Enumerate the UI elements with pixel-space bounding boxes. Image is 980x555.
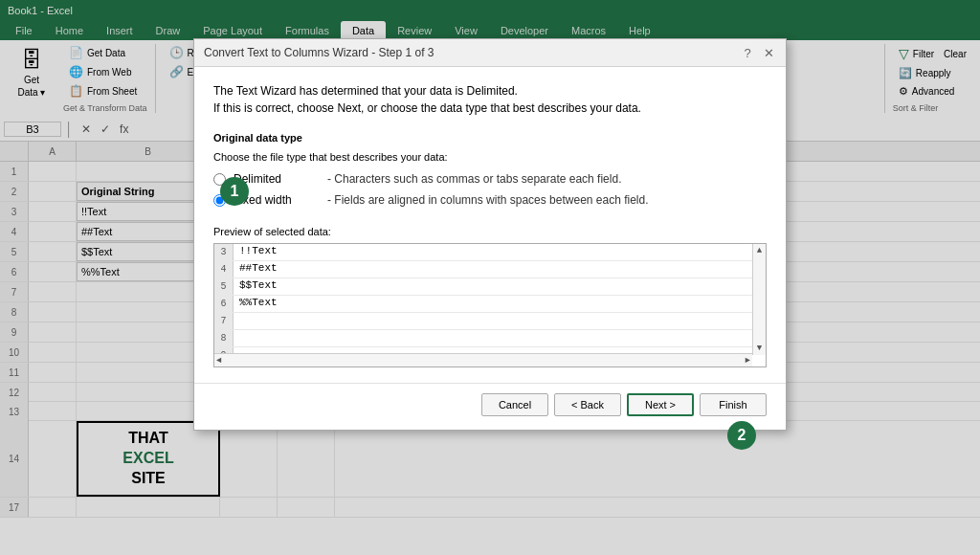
preview-scrollbar-y[interactable]: ▲ ▼	[752, 244, 766, 355]
next-button[interactable]: Next >	[627, 393, 694, 416]
finish-button[interactable]: Finish	[700, 393, 767, 416]
dialog-close-btn[interactable]: ✕	[761, 45, 776, 60]
preview-row-content: $$Text	[234, 278, 283, 295]
list-item: 5 $$Text	[214, 278, 752, 296]
preview-row-content	[234, 313, 245, 329]
preview-row-num: 8	[214, 330, 234, 346]
preview-row-content: !!Text	[234, 244, 283, 260]
scroll-left-arrow[interactable]: ◄	[214, 354, 223, 366]
dialog-overlay: 1 2 Convert Text to Columns Wizard - Ste…	[0, 0, 980, 555]
dialog-title: Convert Text to Columns Wizard - Step 1 …	[204, 46, 434, 59]
preview-box[interactable]: 3 !!Text 4 ##Text 5 $$Text 6	[213, 243, 767, 367]
preview-row-num: 7	[214, 313, 234, 329]
scroll-up-arrow[interactable]: ▲	[753, 244, 766, 257]
convert-wizard-dialog: Convert Text to Columns Wizard - Step 1 …	[193, 38, 787, 431]
list-item: 7	[214, 313, 752, 330]
dialog-footer: Cancel < Back Next > Finish	[194, 383, 786, 430]
intro-line2: If this is correct, choose Next, or choo…	[213, 100, 767, 117]
dialog-intro: The Text Wizard has determined that your…	[213, 82, 767, 117]
preview-row-num: 3	[214, 244, 234, 260]
back-button[interactable]: < Back	[554, 393, 621, 416]
scroll-right-arrow[interactable]: ►	[744, 354, 752, 366]
badge-1: 1	[220, 177, 249, 206]
preview-section: Preview of selected data: 3 !!Text 4 ##T…	[213, 226, 767, 367]
preview-row-num: 4	[214, 261, 234, 278]
list-item: 6 %%Text	[214, 296, 752, 313]
section-label: Original data type	[213, 132, 767, 144]
preview-content: 3 !!Text 4 ##Text 5 $$Text 6	[214, 244, 766, 367]
delimited-desc: - Characters such as commas or tabs sepa…	[327, 172, 621, 186]
preview-row-num: 5	[214, 278, 234, 295]
preview-row-content: %%Text	[234, 296, 283, 312]
dialog-controls: ? ✕	[740, 45, 776, 60]
list-item: 8	[214, 330, 752, 347]
intro-line1: The Text Wizard has determined that your…	[213, 82, 767, 100]
fixed-width-option: Fixed width - Fields are aligned in colu…	[213, 193, 767, 207]
delimited-option: Delimited - Characters such as commas or…	[213, 172, 767, 186]
preview-label: Preview of selected data:	[213, 226, 767, 237]
scroll-down-arrow[interactable]: ▼	[753, 342, 766, 355]
dialog-help-btn[interactable]: ?	[740, 45, 755, 60]
preview-scrollbar-x[interactable]: ◄ ►	[214, 353, 752, 366]
badge-2-num: 2	[738, 427, 746, 444]
dialog-body: The Text Wizard has determined that your…	[194, 67, 786, 383]
subsection-label: Choose the file type that best describes…	[213, 151, 767, 163]
preview-row-content: ##Text	[234, 261, 283, 278]
preview-row-content	[234, 330, 245, 346]
list-item: 4 ##Text	[214, 261, 752, 278]
preview-row-num: 6	[214, 296, 234, 312]
badge-1-num: 1	[231, 183, 239, 200]
cancel-button[interactable]: Cancel	[481, 393, 548, 416]
badge-2: 2	[727, 421, 756, 450]
fixed-width-desc: - Fields are aligned in columns with spa…	[327, 193, 649, 207]
list-item: 3 !!Text	[214, 244, 752, 261]
dialog-title-bar: Convert Text to Columns Wizard - Step 1 …	[194, 39, 786, 67]
